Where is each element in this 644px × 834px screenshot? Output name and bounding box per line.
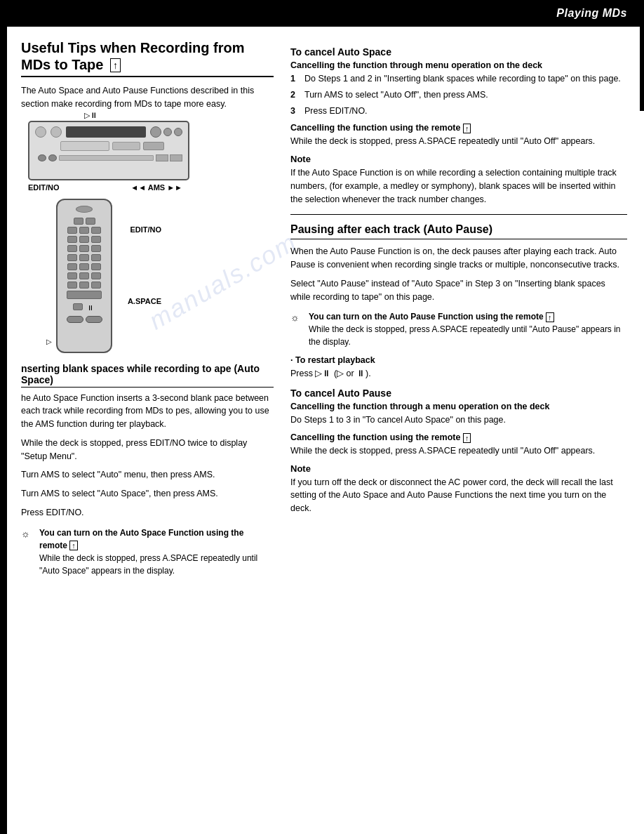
remote-top-sensor xyxy=(76,206,93,213)
auto-pause-tip: ☼ You can turn on the Auto Pause Functio… xyxy=(290,310,627,348)
deck-right-btn-1 xyxy=(156,154,168,161)
remote-aspace-btn[interactable] xyxy=(67,291,102,299)
remote-row-2 xyxy=(67,227,101,234)
left-column: Useful Tips when Recording from MDs to T… xyxy=(21,39,274,584)
remote-btn-22 xyxy=(79,282,89,289)
remote-bottom-row xyxy=(67,316,102,323)
deck-slider xyxy=(59,155,154,161)
deck-body xyxy=(28,121,189,180)
header-bar: Playing MDs xyxy=(0,0,644,27)
remote-area: EDIT/NO A.SPACE ▷ xyxy=(35,199,274,353)
remote-btn-16 xyxy=(79,263,89,270)
play-pause-indicator: ▷⏸ xyxy=(84,111,98,120)
remote-play-sym: ▷ xyxy=(46,338,52,345)
remote-row-7 xyxy=(67,272,101,279)
remote-btn-23 xyxy=(91,282,101,289)
deck-tape-area xyxy=(60,141,109,151)
deck-right-area xyxy=(112,142,140,150)
note-body-2: If you turn off the deck or disconnect t… xyxy=(290,476,627,515)
deck-circle-2 xyxy=(51,126,62,138)
via-remote-heading: Cancelling the function using the remote… xyxy=(290,123,627,133)
remote-btn-13 xyxy=(79,254,89,261)
restart-body: Press ▷⏸ (▷ or ⏸). xyxy=(290,367,627,380)
deck-small-1 xyxy=(38,154,46,161)
remote-icon: ↑ xyxy=(110,58,121,72)
ams-label: ◄◄ AMS ►► xyxy=(130,183,182,192)
deck-labels: EDIT/NO ◄◄ AMS ►► xyxy=(28,183,182,192)
step-item-3: 3 Press EDIT/NO. xyxy=(290,105,627,118)
remote-btn-7 xyxy=(79,236,89,243)
remote-btn-11 xyxy=(91,245,101,252)
remote-btn-3 xyxy=(67,227,77,234)
deck-knob-3 xyxy=(174,128,182,136)
tip-icon: ☼ xyxy=(21,528,34,539)
remote-wrapper: EDIT/NO A.SPACE ▷ xyxy=(56,199,112,353)
tip-remote-icon-2: ↑ xyxy=(546,312,554,322)
remote-bottom-left xyxy=(67,316,83,323)
intro-text: The Auto Space and Auto Pause Functions … xyxy=(21,84,274,111)
note-label-2: Note xyxy=(290,463,627,474)
remote-row-5 xyxy=(67,254,101,261)
tip-content: You can turn on the Auto Space Function … xyxy=(39,527,274,577)
remote-btn-19 xyxy=(79,272,89,279)
remote-btn-20 xyxy=(91,272,101,279)
deck-small-2 xyxy=(48,154,57,161)
deck-right-btn-2 xyxy=(170,154,182,161)
cancel-pause-deck-heading: Cancelling the function through a menu o… xyxy=(290,402,627,411)
remote-body: ⏸ xyxy=(56,199,112,353)
tip-content-2: You can turn on the Auto Pause Function … xyxy=(309,310,627,348)
remote-aspace-label: A.SPACE xyxy=(128,297,161,305)
remote-btn-21 xyxy=(67,282,77,289)
remote-btn-1 xyxy=(74,218,83,225)
step-intro-3: Turn AMS to select "Auto Space", then pr… xyxy=(21,487,274,501)
remote-btn-5 xyxy=(91,227,101,234)
deck-display xyxy=(66,126,146,138)
auto-space-body: he Auto Space Function inserts a 3-secon… xyxy=(21,392,274,431)
remote-btn-2 xyxy=(86,218,95,225)
remote-btn-9 xyxy=(67,245,77,252)
remote-btn-18 xyxy=(67,272,77,279)
auto-space-tip: ☼ You can turn on the Auto Space Functio… xyxy=(21,527,274,577)
cancel-autopause-heading: To cancel Auto Pause xyxy=(290,388,627,399)
deck-knob-1 xyxy=(150,126,161,138)
auto-space-subsec-heading: nserting blank spaces while recording to… xyxy=(21,363,274,388)
step-intro-2: Turn AMS to select "Auto" menu, then pre… xyxy=(21,468,274,482)
tip-remote-icon: ↑ xyxy=(69,541,78,550)
main-content: Useful Tips when Recording from MDs to T… xyxy=(7,27,644,597)
cancel-pause-deck-body: Do Steps 1 to 3 in "To cancel Auto Space… xyxy=(290,413,627,427)
remote-btn-12 xyxy=(67,254,77,261)
tip-icon-2: ☼ xyxy=(290,312,303,323)
remote-btn-14 xyxy=(91,254,101,261)
remote-btn-15 xyxy=(67,263,77,270)
auto-pause-heading: Pausing after each track (Auto Pause) xyxy=(290,223,627,239)
deck-knob-2 xyxy=(163,128,172,136)
edit-no-label: EDIT/NO xyxy=(28,183,60,192)
tip-body-2: While the deck is stopped, press A.SPACE… xyxy=(309,324,621,347)
restart-label: · To restart playback xyxy=(290,355,627,365)
cancel-autospace-heading: To cancel Auto Space xyxy=(290,46,627,58)
via-remote-body: While the deck is stopped, press A.SPACE… xyxy=(290,135,627,148)
remote-row-6 xyxy=(67,263,101,270)
deck-circle-1 xyxy=(35,126,46,138)
step-intro-1: While the deck is stopped, press EDIT/NO… xyxy=(21,437,274,463)
auto-pause-body2: Select "Auto Pause" instead of "Auto Spa… xyxy=(290,277,627,304)
right-bar xyxy=(640,27,644,111)
remote-icon-inline: ↑ xyxy=(463,124,471,133)
cancel-autospace-steps: 1 Do Steps 1 and 2 in "Inserting blank s… xyxy=(290,72,627,117)
remote-row-3 xyxy=(67,236,101,243)
page-title: Playing MDs xyxy=(556,7,627,20)
left-section-title: Useful Tips when Recording from MDs to T… xyxy=(21,39,274,77)
cancel-pause-remote-body: While the deck is stopped, press A.SPACE… xyxy=(290,444,627,458)
step-item-1: 1 Do Steps 1 and 2 in "Inserting blank s… xyxy=(290,72,627,86)
remote-btn-10 xyxy=(79,245,89,252)
remote-row-1 xyxy=(74,218,95,225)
auto-pause-body1: When the Auto Pause Function is on, the … xyxy=(290,245,627,272)
note-body-1: If the Auto Space Function is on while r… xyxy=(290,166,627,206)
remote-row-pause: ⏸ xyxy=(73,303,96,312)
tip-label-2: You can turn on the Auto Pause Function … xyxy=(309,312,544,322)
cancel-pause-remote-heading: Cancelling the function using the remote… xyxy=(290,432,627,442)
remote-pause-symbol: ⏸ xyxy=(85,303,96,312)
tip-body-text: While the deck is stopped, press A.SPACE… xyxy=(39,553,257,576)
section-divider xyxy=(290,214,627,215)
remote-btn-8 xyxy=(91,236,101,243)
